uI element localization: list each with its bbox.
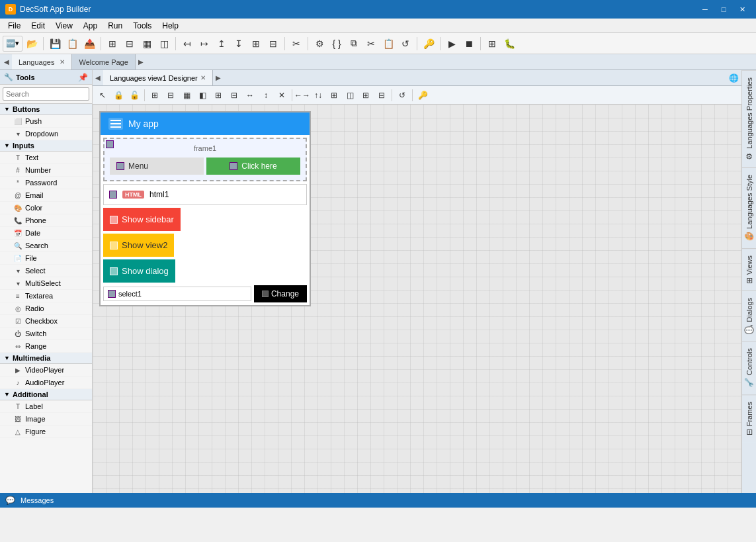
d-delete-btn[interactable]: ✕ [274,88,289,103]
align1-btn[interactable]: ↤ [179,36,195,52]
tool-videoplayer[interactable]: ▶ VideoPlayer [0,364,92,377]
tab-languages-close[interactable]: ✕ [60,58,65,66]
align3-btn[interactable]: ↥ [214,36,230,52]
undo-btn[interactable]: ↺ [398,36,413,52]
d-align2-btn[interactable]: ⊟ [163,88,178,103]
menu-edit[interactable]: Edit [26,20,50,32]
debug-btn[interactable]: 🐛 [501,36,517,52]
tool-email[interactable]: @ Email [0,189,92,202]
d-align8-btn[interactable]: ↕ [259,88,273,103]
tool-range[interactable]: ⇔ Range [0,340,92,353]
tool-phone[interactable]: 📞 Phone [0,214,92,227]
tool-textarea[interactable]: ≡ Textarea [0,290,92,302]
change-button[interactable]: Change [254,285,307,302]
d-size2-btn[interactable]: ↑↓ [311,88,325,103]
keyval-btn[interactable]: 🔑 [421,36,437,52]
show-dialog-button[interactable]: Show dialog [103,259,175,283]
grid-btn[interactable]: ⊞ [484,36,500,52]
export-btn[interactable]: 📤 [81,36,97,52]
minimize-button[interactable]: ─ [696,3,714,16]
maximize-button[interactable]: □ [715,3,732,16]
tool-number[interactable]: # Number [0,164,92,177]
d-pointer-btn[interactable]: ↖ [95,88,110,103]
play-btn[interactable]: ▶ [444,36,460,52]
category-multimedia[interactable]: ▼ Multimedia [0,353,92,364]
designer-tab-nav-right[interactable]: ▶ [213,70,224,85]
tools-search-input[interactable] [3,87,89,101]
view3-btn[interactable]: ▦ [139,36,155,52]
save-btn[interactable]: 💾 [47,36,63,52]
tool-audioplayer[interactable]: ♪ AudioPlayer [0,377,92,389]
tool-file[interactable]: 📄 File [0,252,92,265]
paste-btn[interactable]: 📋 [380,36,396,52]
d-size1-btn[interactable]: ←→ [295,88,310,103]
d-same-size-btn[interactable]: ⊞ [327,88,341,103]
panel-languages-style[interactable]: 🎨 Languages Style [742,167,756,248]
panel-controls[interactable]: 🔧 Controls [742,341,756,394]
prop-btn[interactable]: ⚙ [312,36,327,52]
d-align3-btn[interactable]: ▦ [179,88,194,103]
click-here-button[interactable]: Click here [206,158,300,175]
tool-radio[interactable]: ◎ Radio [0,302,92,315]
tab-next-btn[interactable]: ▶ [136,54,146,69]
tab-languages[interactable]: Languages ✕ [12,54,72,69]
align2-btn[interactable]: ↦ [196,36,212,52]
designer-tab-close[interactable]: ✕ [200,74,206,81]
tool-figure[interactable]: △ Figure [0,426,92,438]
menu-tools[interactable]: Tools [128,20,157,32]
show-sidebar-button[interactable]: Show sidebar [103,208,181,231]
select1-input[interactable]: select1 [103,287,251,301]
tools-pin[interactable]: 📌 [78,73,88,82]
view1-btn[interactable]: ⊞ [105,36,120,52]
category-additional[interactable]: ▼ Additional [0,389,92,400]
tool-switch[interactable]: ⏻ Switch [0,328,92,340]
tool-multiselect[interactable]: ▾ MultiSelect [0,277,92,290]
d-keyval2-btn[interactable]: 🔑 [415,88,430,103]
cut-btn[interactable]: ✂ [363,36,379,52]
d-align1-btn[interactable]: ⊞ [147,88,162,103]
menu-app[interactable]: App [78,20,103,32]
tool-date[interactable]: 📅 Date [0,227,92,240]
d-size6-btn[interactable]: ⊟ [374,88,389,103]
new-btn[interactable]: 🆕▾ [3,36,22,52]
tab-prev-btn[interactable]: ◀ [1,54,12,69]
tool-text[interactable]: T Text [0,152,92,164]
tool-search[interactable]: 🔍 Search [0,240,92,252]
menu-run[interactable]: Run [103,20,128,32]
designer-tab-view1[interactable]: Languages view1 Designer ✕ [103,70,213,85]
tool-color[interactable]: 🎨 Color [0,202,92,214]
d-size4-btn[interactable]: ◫ [343,88,357,103]
category-buttons[interactable]: ▼ Buttons [0,104,92,115]
copy-btn[interactable]: ⧉ [346,36,362,52]
tab-welcome[interactable]: Welcome Page [72,54,135,69]
d-align6-btn[interactable]: ⊟ [227,88,241,103]
close-button[interactable]: ✕ [734,3,751,16]
align4-btn[interactable]: ↧ [231,36,247,52]
align6-btn[interactable]: ⊟ [265,36,281,52]
d-align5-btn[interactable]: ⊞ [211,88,226,103]
panel-views[interactable]: ⊞ Views [742,248,756,291]
menu-view[interactable]: View [50,20,78,32]
tool-checkbox[interactable]: ☑ Checkbox [0,315,92,328]
align5-btn[interactable]: ⊞ [248,36,264,52]
tool-label[interactable]: T Label [0,400,92,413]
show-view2-button[interactable]: Show view2 [103,234,174,257]
panel-dialogs[interactable]: 💬 Dialogs [742,291,756,341]
menu-file[interactable]: File [3,20,26,32]
hamburger-icon[interactable] [108,118,123,130]
tool-dropdown[interactable]: ▾ Dropdown [0,128,92,140]
d-align4-btn[interactable]: ◧ [195,88,210,103]
d-align7-btn[interactable]: ↔ [243,88,257,103]
stop-btn[interactable]: ⏹ [461,36,477,52]
panel-languages-properties[interactable]: ⚙ Languages Properties [742,70,756,167]
d-undo2-btn[interactable]: ↺ [395,88,409,103]
d-lock-btn[interactable]: 🔒 [111,88,126,103]
tool-select[interactable]: ▾ Select [0,265,92,277]
menu-help[interactable]: Help [157,20,184,32]
tool-password[interactable]: * Password [0,177,92,189]
d-unlock-btn[interactable]: 🔓 [127,88,142,103]
designer-tab-nav-left[interactable]: ◀ [93,70,103,85]
view2-btn[interactable]: ⊟ [122,36,138,52]
view4-btn[interactable]: ◫ [156,36,172,52]
frame1-handle[interactable] [106,140,114,148]
